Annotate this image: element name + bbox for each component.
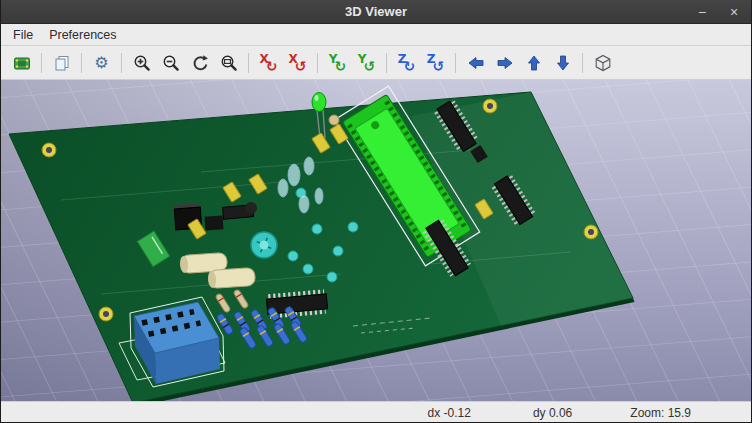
bead-capacitor	[329, 115, 339, 125]
rotate-y-cw-icon: Y ↻	[329, 56, 346, 70]
zoom-to-fit-button[interactable]	[215, 49, 242, 76]
redraw-button[interactable]	[186, 49, 213, 76]
cw-arrow-icon: ↻	[334, 59, 346, 73]
toolbar-separator	[41, 53, 42, 73]
gear-icon: ⚙	[94, 55, 108, 71]
electrolytic-capacitor	[207, 267, 255, 288]
menu-file[interactable]: File	[5, 24, 41, 45]
zoom-out-icon	[161, 53, 181, 73]
move-right-button[interactable]	[491, 49, 518, 76]
rotate-z-ccw-button[interactable]: Z ↺	[422, 49, 449, 76]
black-component	[205, 215, 224, 230]
move-left-button[interactable]	[462, 49, 489, 76]
mounting-hole	[42, 143, 56, 157]
rotate-y-cw-button[interactable]: Y ↻	[324, 49, 351, 76]
render-options-button[interactable]: ⚙	[88, 49, 115, 76]
toolbar-separator	[582, 53, 583, 73]
trimmer-pot	[251, 232, 277, 258]
redraw-icon	[190, 53, 210, 73]
menu-preferences[interactable]: Preferences	[41, 24, 124, 45]
menubar: File Preferences	[1, 24, 751, 46]
rotate-z-cw-button[interactable]: Z ↻	[393, 49, 420, 76]
statusbar: dx -0.12 dy 0.06 Zoom: 15.9	[1, 401, 751, 423]
window-title: 3D Viewer	[1, 0, 751, 23]
arrow-right-icon	[495, 53, 515, 73]
mounting-hole	[99, 307, 113, 321]
copy-image-button[interactable]	[48, 49, 75, 76]
close-button[interactable]: ×	[725, 3, 743, 21]
toolbar-separator	[386, 53, 387, 73]
rotate-z-cw-icon: Z ↻	[398, 56, 415, 70]
toolbar-separator	[248, 53, 249, 73]
ccw-arrow-icon: ↺	[432, 59, 444, 73]
rotate-y-ccw-icon: Y ↺	[358, 56, 375, 70]
rotate-x-ccw-icon: X ↺	[289, 56, 307, 70]
toolbar-separator	[121, 53, 122, 73]
zoom-in-button[interactable]	[128, 49, 155, 76]
rotate-z-ccw-icon: Z ↺	[427, 56, 444, 70]
toolbar-separator	[81, 53, 82, 73]
mounting-hole	[584, 225, 598, 239]
cube-icon	[593, 53, 613, 73]
3d-scene	[1, 80, 752, 401]
toolbar-separator	[317, 53, 318, 73]
window-controls: − ×	[693, 0, 743, 23]
ccw-arrow-icon: ↺	[295, 59, 307, 73]
cw-arrow-icon: ↻	[266, 59, 278, 73]
reload-board-icon	[12, 53, 32, 73]
move-down-button[interactable]	[549, 49, 576, 76]
3d-viewer-window: 3D Viewer − × File Preferences	[0, 0, 752, 423]
rotate-x-cw-button[interactable]: X ↻	[255, 49, 282, 76]
rotate-x-cw-icon: X ↻	[260, 56, 278, 70]
move-up-button[interactable]	[520, 49, 547, 76]
zoom-to-fit-icon	[219, 53, 239, 73]
titlebar[interactable]: 3D Viewer − ×	[1, 0, 751, 24]
cw-arrow-icon: ↻	[403, 59, 415, 73]
to92-transistor	[245, 202, 257, 214]
rotate-y-ccw-button[interactable]: Y ↺	[353, 49, 380, 76]
arrow-left-icon	[466, 53, 486, 73]
3d-viewport[interactable]	[1, 80, 751, 401]
ccw-arrow-icon: ↺	[363, 59, 375, 73]
status-dy: dy 0.06	[533, 406, 572, 420]
status-dx: dx -0.12	[428, 406, 471, 420]
toolbar: ⚙	[1, 46, 751, 80]
status-zoom: Zoom: 15.9	[630, 406, 691, 420]
zoom-out-button[interactable]	[157, 49, 184, 76]
copy-image-icon	[52, 53, 72, 73]
zoom-in-icon	[132, 53, 152, 73]
rotate-x-ccw-button[interactable]: X ↺	[284, 49, 311, 76]
arrow-up-icon	[524, 53, 544, 73]
mounting-hole	[483, 99, 497, 113]
arrow-down-icon	[553, 53, 573, 73]
orthographic-projection-button[interactable]	[589, 49, 616, 76]
toolbar-separator	[455, 53, 456, 73]
reload-board-button[interactable]	[8, 49, 35, 76]
minimize-button[interactable]: −	[693, 3, 711, 21]
